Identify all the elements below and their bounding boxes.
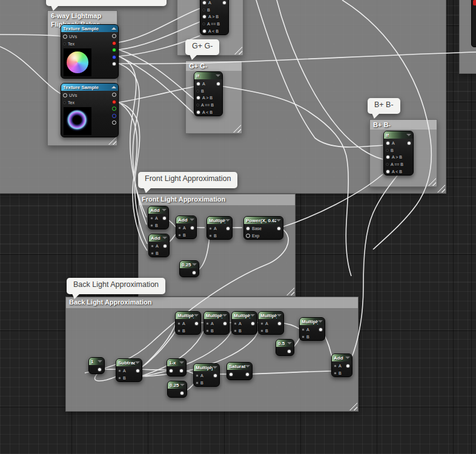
- output-pin[interactable]: [112, 100, 116, 104]
- node-header[interactable]: 1-x: [167, 359, 186, 366]
- node-multiply-b1[interactable]: MultiplyAB: [175, 311, 201, 335]
- b-input-pin[interactable]: [234, 329, 237, 332]
- a-b-input-pin[interactable]: [196, 110, 200, 114]
- output-pin[interactable]: [223, 321, 227, 326]
- a-input-pin[interactable]: [118, 369, 121, 372]
- dropdown-arrow-icon[interactable]: [179, 361, 184, 366]
- a-input-pin[interactable]: [206, 322, 209, 325]
- output-pin[interactable]: [192, 271, 196, 275]
- node-header[interactable]: Multiply: [259, 312, 283, 319]
- dropdown-arrow-icon[interactable]: [345, 357, 350, 361]
- output-pin[interactable]: [216, 82, 220, 86]
- input-pin[interactable]: [229, 372, 233, 377]
- output-pin[interactable]: [98, 367, 102, 372]
- node-header[interactable]: 1: [89, 358, 104, 365]
- dropdown-arrow-icon[interactable]: [190, 219, 194, 223]
- node-saturate[interactable]: Saturate: [226, 362, 253, 380]
- b-input-pin[interactable]: [178, 234, 181, 237]
- node-header[interactable]: Multiply: [204, 312, 229, 319]
- output-pin[interactable]: [213, 373, 217, 378]
- dropdown-arrow-icon[interactable]: [135, 361, 140, 366]
- a-input-pin[interactable]: [150, 217, 153, 220]
- a-input-pin[interactable]: [202, 1, 207, 5]
- node-header[interactable]: If: [384, 131, 413, 139]
- node-if-blue[interactable]: IfABA > BA == BA < B: [383, 131, 414, 176]
- node-header[interactable]: Multiply: [207, 217, 232, 224]
- node-graph-canvas[interactable]: 6-way Lightmap Flipbook BakesG+ G-B+ B-F…: [0, 0, 476, 454]
- output-pin[interactable]: [277, 226, 281, 231]
- tex-input-pin[interactable]: [63, 42, 66, 45]
- a-b-input-pin[interactable]: [202, 22, 205, 25]
- node-if-green[interactable]: IfABA > BA == BA < B: [194, 71, 223, 116]
- output-pin[interactable]: [163, 244, 167, 248]
- dropdown-arrow-icon[interactable]: [162, 237, 167, 242]
- dropdown-arrow-icon[interactable]: [222, 314, 227, 319]
- output-pin[interactable]: [346, 364, 350, 368]
- node-const-1[interactable]: 1: [88, 357, 105, 374]
- dropdown-arrow-icon[interactable]: [277, 314, 282, 319]
- node-add-3[interactable]: AddAB: [148, 234, 170, 257]
- b-input-pin[interactable]: [150, 224, 153, 227]
- b-input-pin[interactable]: [302, 335, 305, 338]
- node-header[interactable]: Add: [332, 354, 352, 361]
- b-input-pin[interactable]: [202, 8, 205, 12]
- output-pin[interactable]: [180, 391, 184, 395]
- a-b-input-pin[interactable]: [202, 15, 207, 19]
- node-header[interactable]: If: [194, 72, 222, 79]
- node-add-1[interactable]: AddAB: [148, 206, 169, 229]
- b-input-pin[interactable]: [196, 381, 199, 384]
- node-multiply-b4[interactable]: MultiplyAB: [258, 311, 284, 335]
- a-input-pin[interactable]: [178, 226, 181, 229]
- b-input-pin[interactable]: [260, 329, 263, 332]
- node-if-top[interactable]: IfABA > BA == BA < B: [200, 0, 229, 35]
- a-b-input-pin[interactable]: [196, 96, 200, 100]
- b-input-pin[interactable]: [196, 90, 199, 93]
- partial-node-fragment[interactable]: [471, 0, 476, 47]
- comment-title-front-light[interactable]: Front Light Approximation: [139, 194, 295, 205]
- output-pin[interactable]: [112, 55, 116, 59]
- node-header[interactable]: Add: [149, 234, 169, 242]
- node-one-minus-x[interactable]: 1-x: [167, 358, 187, 377]
- node-texture-sample-1[interactable]: Texture SampleUVsTex: [61, 24, 119, 79]
- output-pin[interactable]: [112, 93, 116, 97]
- b-input-pin[interactable]: [334, 372, 337, 375]
- node-header[interactable]: Multiply: [232, 312, 257, 319]
- comment-title-g-plus-g-minus[interactable]: G+ G-: [186, 61, 242, 71]
- a-input-pin[interactable]: [209, 227, 212, 230]
- node-header[interactable]: Multiply: [300, 318, 325, 325]
- dropdown-arrow-icon[interactable]: [213, 366, 217, 371]
- comment-title-b-plus-b-minus[interactable]: B+ B-: [370, 120, 437, 130]
- output-pin[interactable]: [226, 226, 230, 231]
- a-input-pin[interactable]: [196, 374, 199, 377]
- dropdown-arrow-icon[interactable]: [98, 360, 102, 365]
- a-input-pin[interactable]: [177, 322, 180, 325]
- resize-handle-icon[interactable]: [428, 178, 436, 186]
- base-input-pin[interactable]: [246, 226, 250, 231]
- uvs-input-pin[interactable]: [63, 35, 67, 39]
- output-pin[interactable]: [112, 34, 116, 38]
- a-input-pin[interactable]: [260, 322, 263, 325]
- b-input-pin[interactable]: [386, 149, 389, 152]
- b-input-pin[interactable]: [177, 329, 180, 332]
- comment-title-back-light[interactable]: Back Light Approximation: [66, 297, 358, 308]
- dropdown-arrow-icon[interactable]: [216, 74, 220, 79]
- tex-input-pin[interactable]: [63, 101, 66, 104]
- output-pin[interactable]: [162, 216, 167, 220]
- collapse-arrow-icon[interactable]: [111, 25, 116, 30]
- node-add-2[interactable]: AddAB: [176, 215, 197, 239]
- resize-handle-icon[interactable]: [108, 137, 116, 145]
- node-add-4[interactable]: AddAB: [331, 354, 352, 377]
- a-b-input-pin[interactable]: [386, 169, 390, 174]
- node-header[interactable]: Add: [176, 216, 196, 223]
- node-header[interactable]: Texture Sample: [61, 84, 118, 91]
- node-power[interactable]: Power(X, 0.625)BaseExp: [243, 216, 283, 240]
- dropdown-arrow-icon[interactable]: [225, 219, 230, 224]
- node-header[interactable]: Texture Sample: [61, 25, 118, 32]
- dropdown-arrow-icon[interactable]: [287, 342, 292, 347]
- node-subtract[interactable]: SubtractAB: [116, 358, 142, 382]
- node-header[interactable]: Multiply: [194, 364, 219, 371]
- a-input-pin[interactable]: [386, 141, 390, 145]
- node-const-05[interactable]: 0.5: [276, 339, 294, 356]
- a-input-pin[interactable]: [302, 328, 305, 331]
- resize-handle-icon[interactable]: [437, 185, 445, 192]
